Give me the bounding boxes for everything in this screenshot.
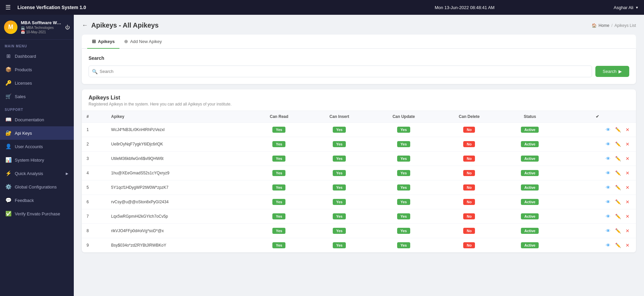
- feedback-icon: 💬: [5, 197, 11, 203]
- table-row: 2 Ue8rOyNqF7ygkY6lDjc6rlQK Yes Yes Yes N…: [82, 137, 636, 152]
- delete-button[interactable]: ✕: [624, 242, 631, 249]
- cell-apikey: 5Y1qcf1HDygWP2tW0W*zpzK7: [106, 180, 249, 195]
- cell-apikey: Lqx5wRGpm#42kGYlch7oCv5p: [106, 209, 249, 224]
- delete-button[interactable]: ✕: [624, 227, 631, 235]
- sidebar-item-label: Documentation: [15, 117, 44, 122]
- sidebar-item-label: Dashboard: [15, 54, 36, 59]
- search-button-label: Search: [603, 69, 616, 74]
- calendar-icon: 📅: [21, 30, 25, 34]
- sidebar-item-label: Api Keys: [15, 131, 32, 136]
- cell-actions: 👁 ✏️ ✕: [558, 166, 636, 180]
- edit-button[interactable]: ✏️: [613, 242, 623, 249]
- delete-button[interactable]: ✕: [624, 140, 631, 148]
- view-button[interactable]: 👁: [604, 140, 612, 148]
- view-button[interactable]: 👁: [604, 155, 612, 162]
- back-icon: ←: [82, 22, 88, 29]
- view-button[interactable]: 👁: [604, 198, 612, 206]
- edit-button[interactable]: ✏️: [613, 155, 623, 162]
- sales-icon: 🛒: [5, 93, 11, 99]
- sidebar-item-sales[interactable]: 🛒 Sales: [0, 90, 74, 103]
- view-button[interactable]: 👁: [604, 126, 612, 133]
- cell-can-delete: No: [437, 123, 501, 137]
- search-button[interactable]: Search ▶: [595, 66, 629, 77]
- cell-status: Active: [501, 238, 558, 253]
- search-magnifier-icon: 🔍: [92, 69, 98, 74]
- cell-apikey: rvCsy@u@@oSton8xPyGI2434: [106, 195, 249, 209]
- system-history-icon: 📊: [5, 157, 11, 163]
- tab-add-new-apikey[interactable]: ⊕ Add New Apikey: [119, 35, 167, 49]
- view-button[interactable]: 👁: [604, 184, 612, 191]
- cell-can-insert: Yes: [309, 123, 370, 137]
- sidebar-item-feedback[interactable]: 💬 Feedback: [0, 194, 74, 207]
- delete-button[interactable]: ✕: [624, 169, 631, 177]
- cell-status: Active: [501, 166, 558, 180]
- cell-can-insert: Yes: [309, 137, 370, 152]
- cell-can-read: Yes: [250, 180, 309, 195]
- cell-can-update: Yes: [370, 238, 437, 253]
- view-button[interactable]: 👁: [604, 242, 612, 249]
- cell-can-read: Yes: [250, 238, 309, 253]
- cell-can-update: Yes: [370, 123, 437, 137]
- table-row: 1 WcJ4*NB3Lr0KnHlRhPzVezxl Yes Yes Yes N…: [82, 123, 636, 137]
- cell-can-delete: No: [437, 137, 501, 152]
- table-row: 4 1hu@XEeGmadS52s1cYQxryz9 Yes Yes Yes N…: [82, 166, 636, 180]
- menu-hamburger-icon[interactable]: ☰: [5, 4, 11, 11]
- col-actions: ✔: [558, 111, 636, 123]
- sub-company: MBA Technologies: [26, 26, 54, 30]
- edit-button[interactable]: ✏️: [613, 198, 623, 206]
- cell-can-insert: Yes: [309, 195, 370, 209]
- sidebar-item-documentation[interactable]: 📖 Documentation: [0, 113, 74, 126]
- edit-button[interactable]: ✏️: [613, 126, 623, 133]
- edit-button[interactable]: ✏️: [613, 140, 623, 148]
- search-input[interactable]: [89, 66, 592, 77]
- sidebar-item-label: Global Configurations: [15, 184, 57, 189]
- avatar: M: [4, 20, 17, 34]
- cell-can-update: Yes: [370, 166, 437, 180]
- edit-button[interactable]: ✏️: [613, 169, 623, 177]
- tab-add-icon: ⊕: [124, 39, 128, 44]
- view-button[interactable]: 👁: [604, 169, 612, 177]
- edit-button[interactable]: ✏️: [613, 213, 623, 220]
- sidebar-item-label: Sales: [15, 94, 26, 99]
- col-can-read: Can Read: [250, 111, 309, 123]
- view-button[interactable]: 👁: [604, 227, 612, 235]
- back-button[interactable]: ←: [82, 22, 88, 29]
- sidebar-item-api-keys[interactable]: 🔐 Api Keys: [0, 126, 74, 140]
- power-icon[interactable]: ⏻: [65, 25, 70, 30]
- edit-button[interactable]: ✏️: [613, 184, 623, 191]
- cell-status: Active: [501, 195, 558, 209]
- table-row: 3 UtileM36kbfwGn6$vl9QHW6t Yes Yes Yes N…: [82, 152, 636, 166]
- view-button[interactable]: 👁: [604, 213, 612, 220]
- cell-can-update: Yes: [370, 209, 437, 224]
- sidebar-item-user-accounts[interactable]: 👤 User Accounts: [0, 140, 74, 153]
- delete-button[interactable]: ✕: [624, 126, 631, 133]
- cell-can-delete: No: [437, 224, 501, 238]
- sidebar-item-quick-analysis[interactable]: ⚡ Quick Analysis ▶: [0, 167, 74, 180]
- breadcrumb-home-link[interactable]: Home: [599, 23, 609, 28]
- sidebar-item-verify-envato[interactable]: ✅ Verify Envato Purchase: [0, 207, 74, 220]
- delete-button[interactable]: ✕: [624, 155, 631, 162]
- cell-num: 7: [82, 209, 106, 224]
- sidebar-item-global-configurations[interactable]: ⚙️ Global Configurations: [0, 180, 74, 194]
- cell-can-read: Yes: [250, 166, 309, 180]
- delete-button[interactable]: ✕: [624, 198, 631, 206]
- sidebar-item-products[interactable]: 📦 Products: [0, 63, 74, 76]
- delete-button[interactable]: ✕: [624, 184, 631, 191]
- sidebar-item-label: Products: [15, 67, 32, 72]
- cell-can-read: Yes: [250, 137, 309, 152]
- cell-num: 8: [82, 224, 106, 238]
- tab-apikeys[interactable]: ⊞ Apikeys: [87, 35, 119, 49]
- delete-button[interactable]: ✕: [624, 213, 631, 220]
- search-section-title: Search: [89, 55, 629, 61]
- cell-can-delete: No: [437, 152, 501, 166]
- cell-status: Active: [501, 137, 558, 152]
- sidebar-item-label: Feedback: [15, 198, 34, 203]
- sidebar-item-dashboard[interactable]: ⊞ Dashboard: [0, 49, 74, 63]
- global-config-icon: ⚙️: [5, 184, 11, 190]
- sidebar-item-licenses[interactable]: 🔑 Licenses: [0, 76, 74, 90]
- user-menu[interactable]: Asghar Ali ▼: [614, 5, 639, 10]
- cell-num: 9: [82, 238, 106, 253]
- edit-button[interactable]: ✏️: [613, 227, 623, 235]
- sidebar-item-system-history[interactable]: 📊 System History: [0, 153, 74, 167]
- search-arrow-icon: ▶: [619, 69, 622, 74]
